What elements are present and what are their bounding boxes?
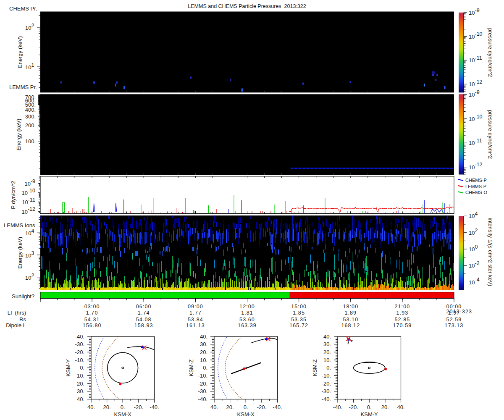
svg-text:KSM-Z: KSM-Z: [312, 360, 318, 377]
svg-text:CHEMS Pr.: CHEMS Pr.: [9, 5, 37, 12]
svg-text:-40.: -40.: [273, 404, 282, 410]
svg-text:-20.: -20.: [198, 381, 207, 387]
svg-text:CHEMS-O: CHEMS-O: [465, 190, 487, 195]
svg-text:-40.: -40.: [333, 404, 342, 410]
svg-text:KSM-X: KSM-X: [114, 411, 132, 417]
svg-text:1.74: 1.74: [138, 310, 150, 316]
svg-text:CHEMS-P: CHEMS-P: [465, 178, 487, 183]
svg-text:20.: 20.: [323, 349, 331, 355]
svg-text:20.: 20.: [381, 404, 389, 410]
svg-text:10.: 10.: [77, 373, 84, 379]
svg-text:1.93: 1.93: [396, 310, 409, 316]
svg-text:168.12: 168.12: [341, 323, 360, 328]
svg-text:170.59: 170.59: [393, 323, 412, 328]
svg-text:40.: 40.: [87, 404, 95, 410]
svg-text:1.89: 1.89: [344, 310, 357, 316]
svg-text:LEMMS and CHEMS Particle Press: LEMMS and CHEMS Particle Pressures 2013:…: [188, 3, 306, 9]
svg-text:-40.: -40.: [322, 396, 331, 402]
svg-text:KSM-Z: KSM-Z: [188, 360, 194, 377]
svg-text:LEMMS-P: LEMMS-P: [465, 184, 486, 189]
svg-text:KSM-Y: KSM-Y: [65, 359, 71, 377]
svg-text:156.80: 156.80: [83, 323, 102, 328]
svg-text:03:00: 03:00: [84, 304, 100, 310]
svg-text:21:00: 21:00: [395, 304, 410, 310]
svg-text:intensity 1/(s cm^2 ster keV): intensity 1/(s cm^2 ster keV): [487, 218, 494, 286]
svg-text:40.: 40.: [77, 396, 84, 402]
svg-text:-20.: -20.: [75, 349, 84, 355]
svg-text:0.: 0.: [80, 365, 84, 371]
svg-text:20.: 20.: [77, 381, 84, 387]
svg-text:0.: 0.: [244, 404, 248, 410]
svg-text:15:00: 15:00: [291, 304, 307, 310]
svg-text:30.: 30.: [77, 388, 84, 394]
svg-text:54.31: 54.31: [84, 317, 100, 323]
svg-text:KSM-Y: KSM-Y: [361, 411, 378, 417]
svg-text:300.: 300.: [25, 113, 36, 120]
svg-text:165.72: 165.72: [289, 323, 308, 328]
svg-text:30.: 30.: [323, 341, 331, 347]
svg-text:-30.: -30.: [322, 388, 331, 394]
svg-text:52.85: 52.85: [395, 317, 410, 323]
svg-text:-10.: -10.: [75, 357, 84, 363]
svg-text:Energy (keV): Energy (keV): [17, 237, 23, 269]
svg-text:18:00: 18:00: [343, 304, 358, 310]
svg-text:pressure dyne/cm^2: pressure dyne/cm^2: [487, 28, 494, 77]
svg-text:0.: 0.: [326, 365, 331, 371]
svg-text:400.: 400.: [25, 107, 36, 113]
svg-text:1.85: 1.85: [293, 310, 305, 316]
svg-text:158.93: 158.93: [134, 323, 153, 328]
svg-text:40.: 40.: [323, 333, 331, 340]
svg-text:20.: 20.: [103, 404, 111, 410]
svg-text:pressure dyne/cm^2: pressure dyne/cm^2: [487, 110, 494, 159]
svg-text:P dyn/cm^2: P dyn/cm^2: [10, 181, 16, 209]
svg-text:-40.: -40.: [150, 404, 159, 410]
svg-text:1.77: 1.77: [189, 310, 202, 316]
svg-text:53.84: 53.84: [188, 317, 203, 323]
svg-text:0.: 0.: [203, 365, 207, 371]
svg-text:53.60: 53.60: [239, 317, 255, 323]
svg-text:-10.: -10.: [198, 373, 207, 379]
svg-text:53.35: 53.35: [291, 317, 307, 323]
svg-text:30.: 30.: [200, 341, 207, 347]
svg-text:20.: 20.: [200, 349, 207, 355]
svg-text:KSM-X: KSM-X: [237, 411, 255, 417]
svg-text:LT (hrs): LT (hrs): [8, 310, 26, 316]
svg-text:Energy (keV): Energy (keV): [17, 36, 23, 68]
svg-text:-30.: -30.: [75, 341, 84, 347]
svg-text:Sunlight?: Sunlight?: [12, 293, 34, 299]
svg-text:Energy (keV): Energy (keV): [16, 118, 22, 150]
svg-text:10.: 10.: [200, 357, 207, 363]
svg-text:10.: 10.: [323, 357, 331, 363]
svg-text:LEMMS Pr.: LEMMS Pr.: [9, 84, 37, 90]
svg-text:100.: 100.: [25, 138, 36, 144]
svg-text:-40.: -40.: [75, 333, 84, 340]
svg-text:20.: 20.: [226, 404, 234, 410]
svg-text:53.10: 53.10: [343, 317, 358, 323]
svg-text:-20.: -20.: [134, 404, 143, 410]
svg-text:-30.: -30.: [198, 388, 207, 394]
svg-text:40.: 40.: [210, 404, 218, 410]
svg-text:163.39: 163.39: [238, 323, 257, 328]
svg-text:40.: 40.: [200, 333, 207, 340]
svg-text:12:00: 12:00: [239, 304, 255, 310]
svg-text:09:00: 09:00: [188, 304, 203, 310]
svg-text:LEMMS Ions: LEMMS Ions: [4, 222, 35, 228]
svg-text:1.70: 1.70: [86, 310, 98, 316]
svg-text:-40.: -40.: [198, 396, 207, 402]
svg-text:54.08: 54.08: [136, 317, 152, 323]
svg-text:52.59: 52.59: [446, 317, 462, 323]
svg-text:-20.: -20.: [349, 404, 358, 410]
svg-text:-10.: -10.: [322, 373, 331, 379]
svg-text:-20.: -20.: [257, 404, 266, 410]
svg-text:06:00: 06:00: [136, 304, 152, 310]
svg-text:Dipole L: Dipole L: [6, 322, 26, 328]
svg-text:173.13: 173.13: [445, 323, 464, 328]
svg-text:1.81: 1.81: [241, 310, 253, 316]
svg-text:40.: 40.: [397, 404, 404, 410]
svg-text:0.: 0.: [367, 404, 372, 410]
svg-text:2013-323: 2013-323: [446, 309, 472, 315]
svg-text:0.: 0.: [121, 404, 125, 410]
svg-text:200.: 200.: [25, 122, 36, 129]
svg-text:161.13: 161.13: [186, 323, 205, 328]
svg-text:-20.: -20.: [322, 381, 331, 387]
